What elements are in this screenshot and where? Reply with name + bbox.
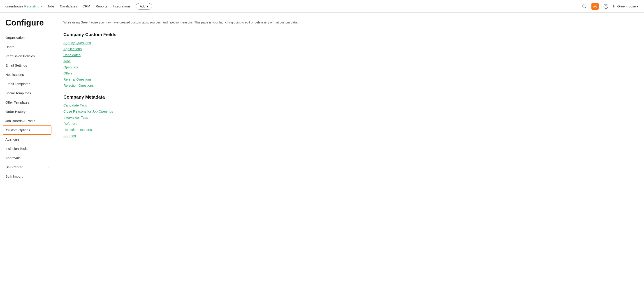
- list-item: Candidates: [64, 53, 635, 57]
- custom-field-link-referral-questions[interactable]: Referral Questions: [64, 78, 92, 81]
- sidebar-item-label: Approvals: [6, 156, 20, 160]
- top-nav: greenhouse Recruiting ▾ JobsCandidatesCR…: [0, 0, 644, 13]
- greeting-chevron-icon: ▾: [637, 4, 638, 8]
- sidebar-item-organization[interactable]: Organization: [0, 33, 54, 42]
- add-button[interactable]: Add ▾: [136, 3, 152, 10]
- svg-point-2: [594, 6, 596, 7]
- sidebar-item-agencies[interactable]: Agencies: [0, 135, 54, 144]
- custom-field-link-agency-questions[interactable]: Agency Questions: [64, 41, 91, 45]
- custom-field-link-rejection-questions[interactable]: Rejection Questions: [64, 84, 94, 87]
- search-icon: [582, 4, 586, 8]
- sidebar-item-email-templates[interactable]: Email Templates: [0, 79, 54, 88]
- list-item: Close Reasons for Job Openings: [64, 110, 635, 113]
- custom-fields-link-list: Agency QuestionsApplicationsCandidatesJo…: [64, 41, 635, 87]
- sidebar-item-social-templates[interactable]: Social Templates: [0, 88, 54, 98]
- add-chevron-icon: ▾: [147, 4, 148, 8]
- sidebar-item-label: Email Templates: [6, 82, 30, 86]
- user-greeting[interactable]: Hi Greenhouse ▾: [613, 4, 638, 8]
- nav-right: ? Hi Greenhouse ▾: [580, 3, 638, 10]
- sidebar-item-label: Job Boards & Posts: [6, 119, 35, 123]
- sidebar: Configure OrganizationUsersPermission Po…: [0, 13, 54, 301]
- settings-button[interactable]: [592, 3, 599, 10]
- sidebar-item-approvals[interactable]: Approvals: [0, 153, 54, 162]
- greeting-text: Hi Greenhouse: [613, 4, 636, 8]
- sidebar-item-email-settings[interactable]: Email Settings: [0, 61, 54, 70]
- custom-field-link-candidates[interactable]: Candidates: [64, 53, 80, 57]
- logo-recruiting-text: Recruiting: [24, 4, 40, 8]
- nav-link-candidates[interactable]: Candidates: [60, 4, 77, 8]
- logo-chevron-icon: ▾: [41, 5, 42, 8]
- svg-text:?: ?: [605, 5, 606, 8]
- custom-field-link-applications[interactable]: Applications: [64, 47, 82, 51]
- custom-field-link-offers[interactable]: Offers: [64, 71, 73, 75]
- list-item: Jobs: [64, 59, 635, 63]
- sidebar-item-label: Email Settings: [6, 64, 27, 67]
- list-item: Sources: [64, 134, 635, 138]
- help-icon: ?: [604, 4, 608, 9]
- sidebar-item-job-boards---posts[interactable]: Job Boards & Posts: [0, 116, 54, 126]
- sidebar-item-label: Custom Options: [6, 128, 30, 132]
- list-item: Offers: [64, 71, 635, 75]
- search-button[interactable]: [580, 3, 588, 10]
- nav-link-jobs[interactable]: Jobs: [48, 4, 54, 8]
- metadata-link-sources[interactable]: Sources: [64, 134, 76, 138]
- sidebar-item-label: Bulk Import: [6, 174, 22, 178]
- svg-line-1: [585, 7, 586, 8]
- list-item: Applications: [64, 47, 635, 51]
- sidebar-item-label: Permission Policies: [6, 54, 35, 58]
- list-item: Agency Questions: [64, 41, 635, 45]
- metadata-link-candidate-tags[interactable]: Candidate Tags: [64, 103, 87, 107]
- sidebar-item-bulk-import[interactable]: Bulk Import: [0, 172, 54, 181]
- page-title: Configure: [0, 18, 54, 33]
- sidebar-item-label: Users: [6, 45, 14, 49]
- custom-field-link-jobs[interactable]: Jobs: [64, 59, 71, 63]
- sidebar-item-label: Dev Center: [6, 165, 22, 170]
- sidebar-item-custom-options[interactable]: Custom Options: [3, 126, 52, 135]
- list-item: Referrers: [64, 122, 635, 126]
- list-item: Referral Questions: [64, 78, 635, 81]
- sidebar-item-label: Inclusion Tools: [6, 147, 28, 150]
- help-button[interactable]: ?: [602, 3, 610, 10]
- sidebar-nav: OrganizationUsersPermission PoliciesEmai…: [0, 33, 54, 181]
- page-layout: Configure OrganizationUsersPermission Po…: [0, 13, 644, 301]
- sidebar-item-notifications[interactable]: Notifications: [0, 70, 54, 79]
- metadata-link-list: Candidate TagsClose Reasons for Job Open…: [64, 103, 635, 138]
- metadata-section-title: Company Metadata: [64, 94, 635, 100]
- logo-greenhouse-text: greenhouse: [6, 4, 23, 8]
- list-item: Candidate Tags: [64, 103, 635, 107]
- sidebar-item-label: Organization: [6, 36, 24, 40]
- sidebar-item-label: Agencies: [6, 138, 20, 141]
- sidebar-item-users[interactable]: Users: [0, 42, 54, 52]
- custom-fields-section-title: Company Custom Fields: [64, 32, 635, 37]
- sidebar-item-dev-center[interactable]: Dev Center›: [0, 162, 54, 172]
- list-item: Rejection Questions: [64, 84, 635, 87]
- list-item: Rejection Reasons: [64, 128, 635, 132]
- sidebar-item-permission-policies[interactable]: Permission Policies: [0, 52, 54, 61]
- logo[interactable]: greenhouse Recruiting ▾: [6, 4, 42, 8]
- nav-links: JobsCandidatesCRMReportsIntegrations: [48, 4, 131, 8]
- metadata-link-rejection-reasons[interactable]: Rejection Reasons: [64, 128, 92, 132]
- sidebar-item-arrow-icon: ›: [48, 165, 49, 169]
- sidebar-item-label: Order History: [6, 110, 26, 114]
- custom-field-link-openings[interactable]: Openings: [64, 65, 78, 69]
- list-item: Interviewer Tags: [64, 116, 635, 119]
- intro-text: While using Greenhouse you may have crea…: [64, 20, 635, 25]
- nav-link-crm[interactable]: CRM: [82, 4, 90, 8]
- add-button-label: Add: [140, 4, 145, 8]
- metadata-link-close-reasons-for-job-openings[interactable]: Close Reasons for Job Openings: [64, 110, 113, 113]
- list-item: Openings: [64, 65, 635, 69]
- metadata-link-referrers[interactable]: Referrers: [64, 122, 78, 126]
- sidebar-item-label: Offer Templates: [6, 100, 29, 104]
- sidebar-item-label: Notifications: [6, 73, 24, 76]
- nav-link-reports[interactable]: Reports: [96, 4, 108, 8]
- sidebar-item-label: Social Templates: [6, 91, 31, 95]
- metadata-link-interviewer-tags[interactable]: Interviewer Tags: [64, 116, 88, 119]
- nav-link-integrations[interactable]: Integrations: [113, 4, 130, 8]
- settings-icon: [593, 4, 597, 8]
- sidebar-item-order-history[interactable]: Order History: [0, 107, 54, 116]
- main-content: While using Greenhouse you may have crea…: [54, 13, 644, 301]
- sidebar-item-offer-templates[interactable]: Offer Templates: [0, 98, 54, 107]
- sidebar-item-inclusion-tools[interactable]: Inclusion Tools: [0, 144, 54, 153]
